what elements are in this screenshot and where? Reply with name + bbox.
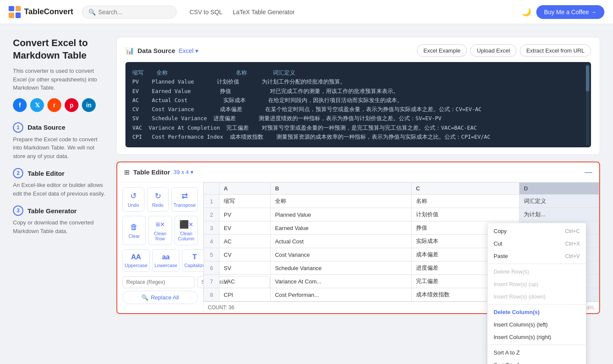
context-menu-item: Delete Row(s) <box>488 265 586 278</box>
col-header-c: C <box>411 183 519 195</box>
table-cell[interactable]: PV <box>219 208 271 221</box>
table-cell[interactable]: 词汇定义 <box>519 195 599 208</box>
te-toolbar: ↺ Undo ↻ Redo ⇄ Transpose <box>117 182 203 313</box>
replace-inputs <box>122 276 198 288</box>
preview-line-3: AC Actual Cost 实际成本 在给定时间段内，因执行项目活动而实际发生… <box>132 96 584 105</box>
context-menu-item-label: Insert Column(s) (left) <box>494 321 548 328</box>
context-menu: CopyCtrl+CCutCtrl+XPasteCtrl+VDelete Row… <box>487 223 586 364</box>
coffee-button[interactable]: Buy Me a Coffee → <box>536 5 604 19</box>
table-cell[interactable]: VAC <box>219 275 271 288</box>
context-menu-item[interactable]: CutCtrl+X <box>488 237 586 250</box>
transpose-button[interactable]: ⇄ Transpose <box>171 187 198 212</box>
table-cell[interactable]: Cost Variance <box>270 248 411 261</box>
sidebar-description: This converter is used to convert Excel … <box>13 67 106 92</box>
step-1-header: 1 Data Source <box>13 122 106 133</box>
source-type-dropdown[interactable]: Excel ▾ <box>179 47 198 54</box>
step-3-title: Table Generator <box>28 207 77 215</box>
table-cell[interactable]: 缩写 <box>219 195 271 208</box>
reddit-share[interactable]: r <box>47 98 61 112</box>
context-menu-divider <box>488 345 586 345</box>
step-2: 2 Table Editor An Excel-like editor or b… <box>13 168 106 198</box>
nav-latex[interactable]: LaTeX Table Generator <box>233 9 295 16</box>
table-cell[interactable]: CPI <box>219 288 271 302</box>
clear-button[interactable]: 🗑 Clear <box>122 216 146 245</box>
context-menu-item[interactable]: Sort Z to A <box>488 359 586 364</box>
search-input[interactable] <box>98 9 170 16</box>
table-cell[interactable]: Variance At Com... <box>270 275 411 288</box>
excel-example-button[interactable]: Excel Example <box>417 44 467 57</box>
table-cell[interactable]: Actual Cost <box>270 235 411 248</box>
size-chevron-icon: ▾ <box>191 169 194 175</box>
context-menu-divider <box>488 264 586 264</box>
chevron-down-icon: ▾ <box>195 47 198 54</box>
context-menu-item[interactable]: PasteCtrl+V <box>488 250 586 262</box>
data-source-header: 📊 Data Source Excel ▾ Excel Example Uplo… <box>125 44 591 57</box>
clean-column-button[interactable]: ⬛× Clean Column <box>175 216 198 245</box>
preview-scrollbar[interactable] <box>586 64 589 146</box>
uppercase-button[interactable]: AA Uppercase <box>122 249 150 272</box>
table-cell[interactable]: Schedule Variance <box>270 261 411 275</box>
step-3: 3 Table Generator Copy or download the c… <box>13 205 106 235</box>
context-menu-item-label: Delete Row(s) <box>494 268 529 275</box>
table-cell[interactable]: CV <box>219 248 271 261</box>
table-cell[interactable]: AC <box>219 235 271 248</box>
table-cell[interactable]: 全称 <box>270 195 411 208</box>
table-editor-header: ⊞ Table Editor 39 x 4 ▾ — <box>117 162 599 182</box>
search-icon: 🔍 <box>88 9 96 16</box>
search-box[interactable]: 🔍 <box>82 6 177 19</box>
table-cell[interactable]: Planned Value <box>270 208 411 221</box>
table-cell[interactable]: 计划价值 <box>411 208 519 221</box>
context-menu-item-label: Sort A to Z <box>494 349 520 356</box>
pinterest-share[interactable]: p <box>65 98 78 112</box>
data-source-title: Data Source <box>138 47 175 54</box>
upload-excel-button[interactable]: Upload Excel <box>470 44 516 57</box>
collapse-button[interactable]: — <box>585 168 592 177</box>
table-size-dropdown[interactable]: 39 x 4 ▾ <box>174 169 194 175</box>
context-menu-item[interactable]: Sort A to Z <box>488 346 586 359</box>
uppercase-icon: AA <box>131 253 141 261</box>
row-number: 4 <box>204 235 219 248</box>
search-icon-small: 🔍 <box>141 294 148 301</box>
replace-regex-input[interactable] <box>122 276 195 288</box>
logo[interactable]: TableConvert <box>9 6 73 18</box>
transpose-icon: ⇄ <box>181 191 188 201</box>
linkedin-share[interactable]: in <box>82 98 96 112</box>
redo-button[interactable]: ↻ Redo <box>147 187 169 212</box>
table-cell[interactable]: Cost Performan... <box>270 288 411 302</box>
undo-button[interactable]: ↺ Undo <box>122 187 144 212</box>
context-menu-item: Insert Row(s) (down) <box>488 290 586 303</box>
context-menu-shortcut: Ctrl+X <box>565 241 580 247</box>
data-source-actions: Excel Example Upload Excel Extract Excel… <box>417 44 591 57</box>
nav-csv-sql[interactable]: CSV to SQL <box>190 9 222 16</box>
twitter-share[interactable]: 𝕏 <box>30 98 44 112</box>
table-cell[interactable]: 名称 <box>411 195 519 208</box>
step-1-desc: Prepare the Excel code to convert into M… <box>13 135 106 161</box>
header-right: 🌙 Buy Me a Coffee → <box>522 5 604 19</box>
context-menu-item-label: Cut <box>494 240 502 247</box>
row-number: 5 <box>204 248 219 261</box>
context-menu-item-label: Insert Row(s) (down) <box>494 293 546 300</box>
main-layout: Convert Excel toMarkdown Table This conv… <box>0 24 613 364</box>
lowercase-icon: aa <box>162 253 170 261</box>
step-1-number: 1 <box>13 122 23 133</box>
replace-area: 🔍 Replace All <box>122 276 198 304</box>
clean-row-button[interactable]: ≡× Clean Row <box>148 216 172 245</box>
context-menu-item[interactable]: Delete Column(s) <box>488 306 586 318</box>
extract-excel-url-button[interactable]: Extract Excel from URL <box>520 44 591 57</box>
context-menu-item[interactable]: Insert Column(s) (right) <box>488 331 586 343</box>
dark-mode-button[interactable]: 🌙 <box>522 7 531 17</box>
sidebar: Convert Excel toMarkdown Table This conv… <box>13 37 116 364</box>
table-cell[interactable]: 为计划... <box>519 208 599 221</box>
table-cell[interactable]: EV <box>219 221 271 235</box>
context-menu-item-label: Delete Column(s) <box>494 309 540 315</box>
lowercase-button[interactable]: aa Lowercase <box>152 249 179 272</box>
step-3-header: 3 Table Generator <box>13 205 106 216</box>
facebook-share[interactable]: f <box>13 98 27 112</box>
col-header-d[interactable]: D <box>519 183 599 195</box>
preview-line-7: CPI Cost Performance Index 成本绩效指数 测量预算资源… <box>132 132 584 141</box>
table-cell[interactable]: SV <box>219 261 271 275</box>
table-cell[interactable]: Earned Value <box>270 221 411 235</box>
context-menu-item[interactable]: Insert Column(s) (left) <box>488 318 586 331</box>
context-menu-item[interactable]: CopyCtrl+C <box>488 225 586 237</box>
replace-all-button[interactable]: 🔍 Replace All <box>122 291 198 304</box>
